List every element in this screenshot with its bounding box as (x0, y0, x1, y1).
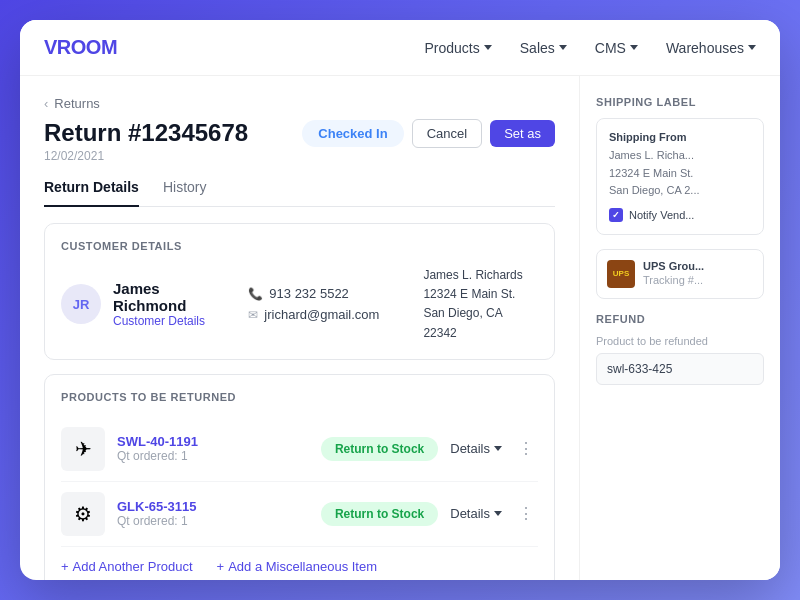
main-content: ‹ Returns Return #12345678 12/02/2021 Ch… (20, 76, 780, 580)
details-button-0[interactable]: Details (450, 441, 502, 456)
notify-row: Notify Vend... (609, 208, 751, 222)
customer-name-section: James Richmond Customer Details (113, 280, 236, 328)
header-actions: Checked In Cancel Set as (302, 119, 555, 148)
notify-checkbox[interactable] (609, 208, 623, 222)
breadcrumb-parent[interactable]: Returns (54, 96, 100, 111)
avatar: JR (61, 284, 101, 324)
customer-row: JR James Richmond Customer Details 📞 913… (61, 266, 538, 343)
customer-name: James Richmond (113, 280, 236, 314)
details-label-0: Details (450, 441, 490, 456)
ups-logo: UPS (607, 260, 635, 288)
details-label-1: Details (450, 506, 490, 521)
ups-logo-text: UPS (613, 269, 629, 278)
page-title-section: Return #12345678 12/02/2021 (44, 119, 248, 163)
nav-label-sales: Sales (520, 40, 555, 56)
product-row: ✈ SWL-40-1191 Qt ordered: 1 Return to St… (61, 417, 538, 482)
nav-item-warehouses[interactable]: Warehouses (666, 40, 756, 56)
product-qty-0: Qt ordered: 1 (117, 449, 309, 463)
product-info-1: GLK-65-3115 Qt ordered: 1 (117, 499, 309, 528)
shipping-label-card: Shipping From James L. Richa... 12324 E … (596, 118, 764, 235)
shipping-name: James L. Richa... (609, 147, 751, 165)
add-misc-label: Add a Miscellaneous Item (228, 559, 377, 574)
cancel-button[interactable]: Cancel (412, 119, 482, 148)
shipping-from-title: Shipping From (609, 131, 751, 143)
chevron-down-icon (494, 446, 502, 451)
shipping-city: San Diego, CA 2... (609, 182, 751, 200)
phone-icon: 📞 (248, 287, 263, 301)
nav-label-products: Products (425, 40, 480, 56)
product-icon-0: ✈ (75, 437, 92, 461)
tab-history-label: History (163, 179, 207, 195)
breadcrumb-chevron-icon: ‹ (44, 96, 48, 111)
customer-address: James L. Richards 12324 E Main St. San D… (423, 266, 538, 343)
breadcrumb: ‹ Returns (44, 96, 555, 111)
chevron-down-icon (630, 45, 638, 50)
email-item: ✉ jrichard@gmail.com (248, 307, 379, 322)
add-product-label: Add Another Product (73, 559, 193, 574)
email-address: jrichard@gmail.com (264, 307, 379, 322)
chevron-down-icon (494, 511, 502, 516)
refund-item: swl-633-425 (596, 353, 764, 385)
add-product-link[interactable]: + Add Another Product (61, 559, 193, 574)
customer-contact: 📞 913 232 5522 ✉ jrichard@gmail.com (248, 286, 379, 322)
product-sku-1[interactable]: GLK-65-3115 (117, 499, 309, 514)
plus-icon-misc: + (217, 559, 225, 574)
tabs: Return Details History (44, 179, 555, 207)
products-card: PRODUCTS TO BE RETURNED ✈ SWL-40-1191 Qt… (44, 374, 555, 580)
customer-details-card: CUSTOMER DETAILS JR James Richmond Custo… (44, 223, 555, 360)
ups-info: UPS Grou... Tracking #... (643, 260, 704, 286)
shipping-address1: 12324 E Main St. (609, 165, 751, 183)
more-options-0[interactable]: ⋮ (514, 439, 538, 458)
tab-return-details-label: Return Details (44, 179, 139, 195)
email-icon: ✉ (248, 308, 258, 322)
nav-item-cms[interactable]: CMS (595, 40, 638, 56)
address-city: San Diego, CA 22342 (423, 304, 538, 342)
address-name: James L. Richards (423, 266, 538, 285)
logo: VROOM (44, 36, 117, 59)
chevron-down-icon (748, 45, 756, 50)
more-options-1[interactable]: ⋮ (514, 504, 538, 523)
phone-item: 📞 913 232 5522 (248, 286, 379, 301)
nav-label-warehouses: Warehouses (666, 40, 744, 56)
refund-section: REFUND Product to be refunded swl-633-42… (596, 313, 764, 385)
nav-items: Products Sales CMS Warehouses (425, 40, 756, 56)
shipping-label-title: SHIPPING LABEL (596, 96, 764, 108)
refund-subtitle: Product to be refunded (596, 335, 764, 347)
nav-item-products[interactable]: Products (425, 40, 492, 56)
nav-label-cms: CMS (595, 40, 626, 56)
chevron-down-icon (484, 45, 492, 50)
logo-text: VROOM (44, 36, 117, 58)
page-date: 12/02/2021 (44, 149, 248, 163)
set-as-button[interactable]: Set as (490, 120, 555, 147)
product-info-0: SWL-40-1191 Qt ordered: 1 (117, 434, 309, 463)
left-panel: ‹ Returns Return #12345678 12/02/2021 Ch… (20, 76, 580, 580)
product-row: ⚙ GLK-65-3115 Qt ordered: 1 Return to St… (61, 482, 538, 547)
return-stock-button-0[interactable]: Return to Stock (321, 437, 438, 461)
checked-in-button[interactable]: Checked In (302, 120, 403, 147)
tab-history[interactable]: History (163, 179, 207, 207)
notify-vendor-label: Notify Vend... (629, 209, 694, 221)
avatar-initials: JR (73, 297, 90, 312)
app-window: VROOM Products Sales CMS Warehouses (20, 20, 780, 580)
refund-title: REFUND (596, 313, 764, 325)
return-stock-button-1[interactable]: Return to Stock (321, 502, 438, 526)
add-links: + Add Another Product + Add a Miscellane… (61, 547, 538, 574)
tab-return-details[interactable]: Return Details (44, 179, 139, 207)
phone-number: 913 232 5522 (269, 286, 349, 301)
products-section-title: PRODUCTS TO BE RETURNED (61, 391, 538, 403)
carrier-name: UPS Grou... (643, 260, 704, 272)
page-title: Return #12345678 (44, 119, 248, 147)
chevron-down-icon (559, 45, 567, 50)
customer-details-link[interactable]: Customer Details (113, 314, 236, 328)
nav-item-sales[interactable]: Sales (520, 40, 567, 56)
address-line1: 12324 E Main St. (423, 285, 538, 304)
customer-details-title: CUSTOMER DETAILS (61, 240, 538, 252)
add-misc-link[interactable]: + Add a Miscellaneous Item (217, 559, 377, 574)
ups-carrier-row: UPS UPS Grou... Tracking #... (596, 249, 764, 299)
carrier-tracking: Tracking #... (643, 274, 704, 286)
product-icon-1: ⚙ (74, 502, 92, 526)
product-sku-0[interactable]: SWL-40-1191 (117, 434, 309, 449)
product-thumb-1: ⚙ (61, 492, 105, 536)
details-button-1[interactable]: Details (450, 506, 502, 521)
page-header: Return #12345678 12/02/2021 Checked In C… (44, 119, 555, 163)
